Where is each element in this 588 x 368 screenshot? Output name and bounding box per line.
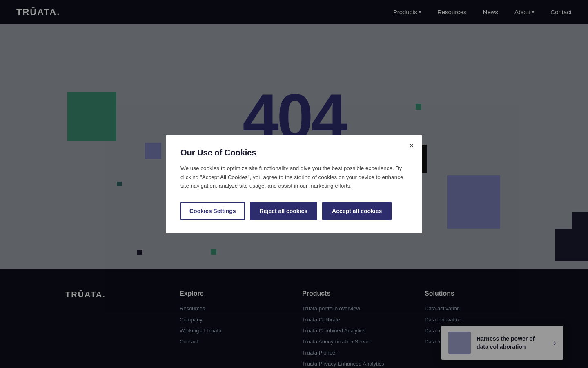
cookie-overlay: × Our Use of Cookies We use cookies to o… [0, 0, 588, 368]
cookie-accept-button[interactable]: Accept all cookies [322, 202, 392, 220]
cookie-settings-button[interactable]: Cookies Settings [180, 202, 245, 220]
cookie-close-button[interactable]: × [409, 141, 414, 150]
cookie-banner: × Our Use of Cookies We use cookies to o… [166, 135, 422, 233]
cookie-body: We use cookies to optimize site function… [180, 164, 408, 191]
cookie-title: Our Use of Cookies [180, 148, 408, 157]
cookie-actions: Cookies Settings Reject all cookies Acce… [180, 202, 408, 220]
cookie-reject-button[interactable]: Reject all cookies [250, 202, 318, 220]
